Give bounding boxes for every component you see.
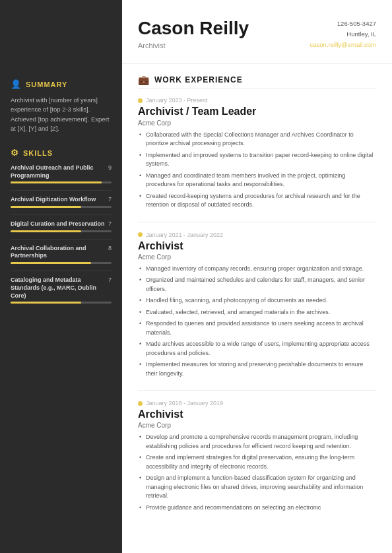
skill-item: Cataloging and Metadata Standards (e.g.,… bbox=[11, 276, 112, 304]
bullet-item: Organized and maintained schedules and c… bbox=[138, 276, 376, 294]
skills-icon: ⚙ bbox=[11, 148, 19, 158]
bullet-item: Create and implement strategies for digi… bbox=[138, 453, 376, 471]
summary-section: 👤 SUMMARY Archivist with [number of year… bbox=[11, 79, 112, 133]
bullet-item: Implemented and improved systems to tran… bbox=[138, 151, 376, 169]
skill-bar-fill bbox=[11, 302, 81, 304]
bullet-item: Collaborated with the Special Collection… bbox=[138, 131, 376, 148]
work-item: January 2023 - Present Archivist / Team … bbox=[138, 97, 376, 209]
main-content: 💼 WORK EXPERIENCE January 2023 - Present… bbox=[122, 64, 392, 537]
skill-name: Archival Outreach and Public Programming bbox=[11, 164, 106, 179]
skill-name: Digital Curation and Preservation bbox=[11, 220, 106, 228]
work-company: Acme Corp bbox=[138, 422, 376, 429]
summary-title: 👤 SUMMARY bbox=[11, 79, 112, 89]
skills-title: ⚙ SKILLS bbox=[11, 148, 112, 158]
skill-score: 9 bbox=[108, 164, 112, 171]
bullet-item: Managed inventory of company records, en… bbox=[138, 265, 376, 274]
skill-item: Archival Digitization Workflow 7 bbox=[11, 196, 112, 208]
skill-name: Archival Collaboration and Partnerships bbox=[11, 245, 106, 260]
work-date: January 2021 - January 2022 bbox=[138, 232, 376, 238]
briefcase-icon: 💼 bbox=[138, 75, 150, 85]
contact-info: 126-505-3427 Huntley, IL cason.reilly@em… bbox=[310, 18, 376, 50]
header-top: Cason Reilly Archivist 126-505-3427 Hunt… bbox=[138, 18, 376, 50]
work-item: January 2021 - January 2022 Archivist Ac… bbox=[138, 232, 376, 379]
main-panel: Cason Reilly Archivist 126-505-3427 Hunt… bbox=[122, 0, 392, 553]
candidate-name: Cason Reilly bbox=[138, 18, 249, 39]
work-bullets: Collaborated with the Special Collection… bbox=[138, 131, 376, 210]
email: cason.reilly@email.com bbox=[310, 40, 376, 50]
resume-container: 👤 SUMMARY Archivist with [number of year… bbox=[0, 0, 392, 553]
bullet-item: Provide guidance and recommendations on … bbox=[138, 504, 376, 513]
skill-name: Archival Digitization Workflow bbox=[11, 196, 106, 204]
bullet-item: Managed and coordinated team members inv… bbox=[138, 172, 376, 189]
jobs-list: January 2023 - Present Archivist / Team … bbox=[138, 97, 376, 512]
skill-divider bbox=[11, 214, 112, 215]
skill-bar-fill bbox=[11, 230, 81, 232]
person-icon: 👤 bbox=[11, 79, 22, 89]
skill-item: Digital Curation and Preservation 7 bbox=[11, 220, 112, 232]
skill-item: Archival Collaboration and Partnerships … bbox=[11, 245, 112, 264]
skill-divider bbox=[11, 271, 112, 271]
skill-name: Cataloging and Metadata Standards (e.g.,… bbox=[11, 276, 106, 300]
bullet-item: Design and implement a function-based cl… bbox=[138, 474, 376, 501]
date-dot bbox=[138, 232, 143, 237]
work-title: Archivist / Team Leader bbox=[138, 105, 376, 117]
skill-score: 8 bbox=[108, 245, 112, 251]
bullet-item: Develop and promote a comprehensive reco… bbox=[138, 433, 376, 451]
skill-score: 7 bbox=[108, 276, 112, 283]
sidebar: 👤 SUMMARY Archivist with [number of year… bbox=[0, 0, 122, 553]
skills-section: ⚙ SKILLS Archival Outreach and Public Pr… bbox=[11, 148, 112, 304]
header: Cason Reilly Archivist 126-505-3427 Hunt… bbox=[122, 0, 392, 64]
phone: 126-505-3427 bbox=[310, 18, 376, 29]
skill-item: Archival Outreach and Public Programming… bbox=[11, 164, 112, 183]
work-company: Acme Corp bbox=[138, 253, 376, 261]
skills-list: Archival Outreach and Public Programming… bbox=[11, 164, 112, 304]
work-title: Archivist bbox=[138, 240, 376, 252]
skill-bar-bg bbox=[11, 181, 112, 183]
work-bullets: Develop and promote a comprehensive reco… bbox=[138, 433, 376, 512]
skill-divider bbox=[11, 239, 112, 240]
skill-bar-fill bbox=[11, 262, 91, 264]
skill-bar-fill bbox=[11, 206, 81, 208]
skill-bar-bg bbox=[11, 262, 112, 264]
candidate-title: Archivist bbox=[138, 42, 249, 49]
skill-bar-bg bbox=[11, 206, 112, 208]
work-experience-title: 💼 WORK EXPERIENCE bbox=[138, 75, 376, 89]
work-date: January 2023 - Present bbox=[138, 97, 376, 104]
work-company: Acme Corp bbox=[138, 119, 376, 127]
skill-bar-bg bbox=[11, 302, 112, 304]
bullet-item: Responded to queries and provided assist… bbox=[138, 319, 376, 337]
work-divider bbox=[138, 222, 376, 222]
work-date: January 2018 - January 2019 bbox=[138, 400, 376, 407]
bullet-item: Created record-keeping systems and proce… bbox=[138, 192, 376, 210]
date-dot bbox=[138, 98, 143, 103]
skill-score: 7 bbox=[108, 220, 112, 227]
work-divider bbox=[138, 390, 376, 391]
summary-text: Archivist with [number of years] experie… bbox=[11, 96, 112, 133]
skill-score: 7 bbox=[108, 196, 112, 203]
name-block: Cason Reilly Archivist bbox=[138, 18, 249, 49]
bullet-item: Made archives accessible to a wide range… bbox=[138, 340, 376, 358]
work-item: January 2018 - January 2019 Archivist Ac… bbox=[138, 400, 376, 512]
location: Huntley, IL bbox=[310, 29, 376, 40]
date-dot bbox=[138, 401, 143, 406]
work-bullets: Managed inventory of company records, en… bbox=[138, 265, 376, 379]
work-title: Archivist bbox=[138, 408, 376, 420]
skill-bar-fill bbox=[11, 181, 102, 183]
bullet-item: Handled filing, scanning, and photocopyi… bbox=[138, 296, 376, 306]
skill-divider bbox=[11, 190, 112, 191]
skill-bar-bg bbox=[11, 230, 112, 232]
bullet-item: Implemented measures for storing and pre… bbox=[138, 360, 376, 378]
bullet-item: Evaluated, selected, retrieved, and arra… bbox=[138, 308, 376, 317]
